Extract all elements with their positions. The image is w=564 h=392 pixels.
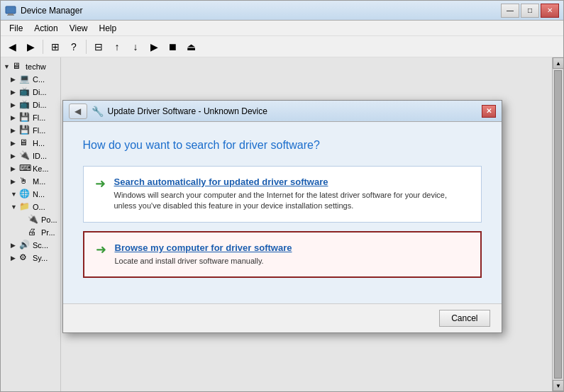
main-area: ▼ 🖥 techw ▶ 💻 C... ▶ 📺 Di... ▶ 📺 Di... ▶: [1, 57, 563, 391]
window-title: Device Manager: [21, 6, 501, 16]
toolbar-play[interactable]: ▶: [145, 38, 162, 55]
titlebar: Device Manager — □ ✕: [1, 1, 563, 21]
toolbar-help[interactable]: ?: [65, 38, 82, 55]
dialog-footer: Cancel: [63, 303, 502, 332]
toolbar-properties[interactable]: ⊞: [47, 38, 64, 55]
toolbar-up[interactable]: ↑: [109, 38, 126, 55]
toolbar-sep-2: [86, 40, 87, 54]
menu-help[interactable]: Help: [94, 22, 123, 35]
toolbar-forward[interactable]: ▶: [22, 38, 39, 55]
cancel-button[interactable]: Cancel: [439, 310, 490, 327]
svg-rect-0: [6, 6, 16, 13]
toolbar-eject[interactable]: ⏏: [182, 38, 199, 55]
toolbar-back[interactable]: ◀: [4, 38, 21, 55]
dialog-content: How do you want to search for driver sof…: [63, 122, 502, 303]
window-close-button[interactable]: ✕: [541, 4, 559, 18]
option-title: Browse my computer for driver software: [115, 242, 469, 253]
toolbar-sep-1: [43, 40, 43, 54]
menu-view[interactable]: View: [64, 22, 94, 35]
dialog-close-button[interactable]: ✕: [482, 105, 496, 118]
driver-icon: 🔧: [92, 106, 104, 117]
toolbar-down[interactable]: ↓: [127, 38, 144, 55]
menu-file[interactable]: File: [4, 22, 28, 35]
update-driver-dialog: ◀ 🔧 Update Driver Software - Unknown Dev…: [62, 100, 502, 333]
option-title: Search automatically for updated driver …: [114, 177, 470, 187]
app-icon: [5, 5, 16, 16]
device-manager-window: Device Manager — □ ✕ File Action View He…: [0, 0, 564, 392]
svg-rect-1: [8, 13, 13, 15]
dialog-titlebar: ◀ 🔧 Update Driver Software - Unknown Dev…: [63, 101, 502, 122]
dialog-overlay: ◀ 🔧 Update Driver Software - Unknown Dev…: [1, 57, 563, 391]
toolbar: ◀ ▶ ⊞ ? ⊟ ↑ ↓ ▶ ⏹ ⏏: [1, 36, 563, 57]
maximize-button[interactable]: □: [521, 4, 539, 18]
window-controls: — □ ✕: [501, 4, 559, 18]
minimize-button[interactable]: —: [501, 4, 519, 18]
option-desc: Windows will search your computer and th…: [114, 190, 470, 212]
option-text: Search automatically for updated driver …: [114, 177, 470, 212]
menubar: File Action View Help: [1, 21, 563, 36]
dialog-title: Update Driver Software - Unknown Device: [108, 106, 482, 116]
option-arrow-icon: ➜: [96, 243, 106, 256]
option-text: Browse my computer for driver software L…: [115, 242, 469, 267]
svg-rect-2: [7, 15, 14, 16]
toolbar-scan[interactable]: ⊟: [90, 38, 107, 55]
browse-manually-option[interactable]: ➜ Browse my computer for driver software…: [83, 231, 482, 278]
option-arrow-icon: ➜: [95, 177, 106, 190]
option-desc: Locate and install driver software manua…: [115, 256, 469, 267]
toolbar-stop[interactable]: ⏹: [164, 38, 181, 55]
menu-action[interactable]: Action: [28, 22, 63, 35]
dialog-question: How do you want to search for driver sof…: [83, 139, 482, 152]
dialog-back-button[interactable]: ◀: [69, 103, 87, 119]
search-automatically-option[interactable]: ➜ Search automatically for updated drive…: [83, 166, 482, 223]
